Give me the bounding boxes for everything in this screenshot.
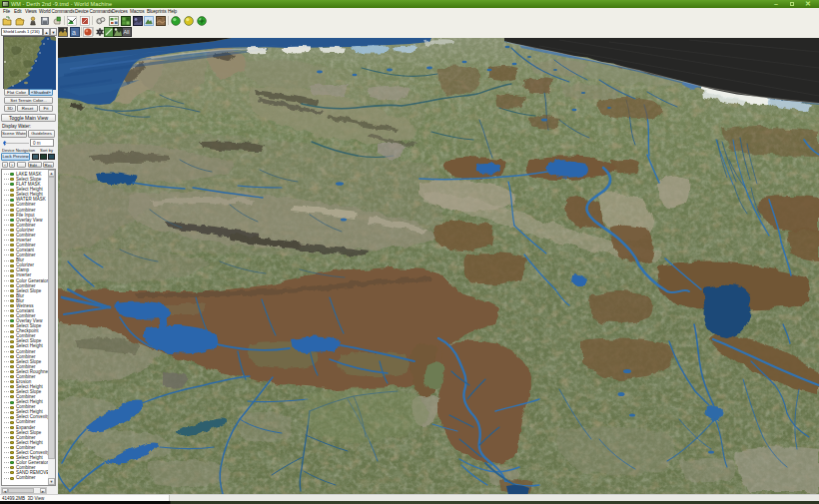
svg-text:All: All — [123, 29, 129, 35]
svg-text:a: a — [72, 29, 76, 36]
